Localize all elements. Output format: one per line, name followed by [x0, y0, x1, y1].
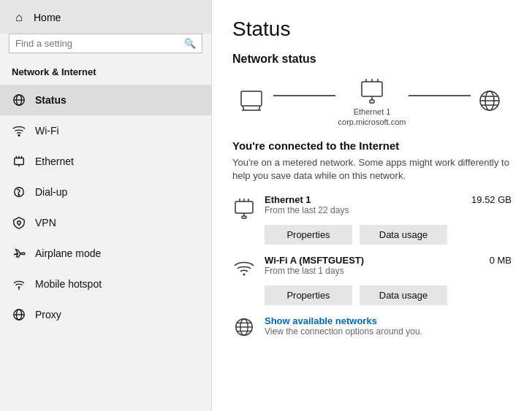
sidebar-item-airplane-label: Airplane mode — [35, 247, 101, 259]
line-2 — [408, 95, 471, 96]
ethernet-entry-top: Ethernet 1 From the last 22 days 19.52 G… — [232, 194, 512, 219]
proxy-icon — [12, 307, 26, 322]
svg-rect-33 — [235, 201, 253, 213]
search-box: 🔍 — [9, 34, 202, 53]
wifi-entry-usage: 0 MB — [490, 255, 512, 266]
wifi-entry-name: Wi-Fi A (MSFTGUEST) — [265, 255, 481, 266]
wifi-entry-info: Wi-Fi A (MSFTGUEST) From the last 1 days — [265, 255, 481, 276]
sidebar-item-vpn[interactable]: VPN — [0, 207, 211, 238]
sidebar-item-airplane[interactable]: Airplane mode — [0, 238, 211, 269]
sidebar-item-status-label: Status — [35, 94, 66, 106]
home-label: Home — [34, 12, 61, 23]
network-diagram: Ethernet 1 corp.microsoft.com — [232, 77, 512, 128]
show-networks-sub: View the connection options around you. — [265, 326, 422, 337]
wifi-datausage-button[interactable]: Data usage — [360, 285, 447, 305]
svg-rect-22 — [362, 82, 382, 96]
sidebar-item-dialup[interactable]: Dial-up — [0, 177, 211, 207]
connected-sub: You're on a metered network. Some apps m… — [232, 156, 512, 183]
computer-node — [238, 89, 270, 115]
wifi-entry-icon — [232, 256, 256, 280]
sidebar-item-dialup-label: Dial-up — [35, 186, 67, 198]
ethernet-entry: Ethernet 1 From the last 22 days 19.52 G… — [232, 194, 512, 245]
svg-rect-38 — [242, 216, 246, 218]
show-networks-icon — [232, 315, 256, 339]
sidebar: ⌂ Home 🔍 Network & Internet Status Wi — [0, 0, 212, 411]
sidebar-section-title: Network & Internet — [0, 62, 211, 85]
home-icon: ⌂ — [12, 10, 26, 25]
wifi-entry-sub: From the last 1 days — [265, 266, 481, 276]
svg-rect-27 — [370, 100, 374, 103]
svg-point-10 — [18, 194, 19, 195]
sidebar-item-wifi-label: Wi-Fi — [35, 125, 59, 137]
svg-point-11 — [18, 221, 21, 225]
ethernet-icon — [12, 154, 26, 169]
ethernet-entry-icon — [232, 196, 256, 219]
ethernet-entry-info: Ethernet 1 From the last 22 days — [265, 194, 463, 215]
ethernet-entry-usage: 19.52 GB — [471, 194, 512, 205]
show-networks[interactable]: Show available networks View the connect… — [232, 315, 512, 339]
status-icon — [12, 93, 26, 107]
sidebar-item-hotspot[interactable]: Mobile hotspot — [0, 269, 211, 299]
ethernet-properties-button[interactable]: Properties — [265, 225, 352, 245]
globe-node — [474, 89, 506, 115]
wifi-entry-buttons: Properties Data usage — [265, 285, 512, 305]
ethernet-entry-buttons: Properties Data usage — [265, 225, 512, 245]
wifi-properties-button[interactable]: Properties — [265, 285, 352, 305]
search-button[interactable]: 🔍 — [184, 38, 196, 49]
sidebar-item-vpn-label: VPN — [35, 217, 56, 228]
wifi-icon — [12, 123, 26, 138]
ethernet-node: Ethernet 1 corp.microsoft.com — [338, 77, 406, 128]
show-networks-title: Show available networks — [265, 315, 422, 326]
sidebar-item-wifi[interactable]: Wi-Fi — [0, 115, 211, 146]
page-title: Status — [232, 18, 512, 41]
sidebar-home[interactable]: ⌂ Home — [0, 0, 211, 34]
svg-line-19 — [243, 106, 244, 110]
svg-rect-4 — [15, 158, 24, 165]
ethernet-entry-name: Ethernet 1 — [265, 194, 463, 205]
wifi-entry: Wi-Fi A (MSFTGUEST) From the last 1 days… — [232, 255, 512, 305]
sidebar-item-proxy-label: Proxy — [35, 309, 61, 320]
wifi-entry-top: Wi-Fi A (MSFTGUEST) From the last 1 days… — [232, 255, 512, 280]
sidebar-item-ethernet[interactable]: Ethernet — [0, 146, 211, 177]
sidebar-item-status[interactable]: Status — [0, 85, 211, 115]
sidebar-item-hotspot-label: Mobile hotspot — [35, 278, 102, 290]
ethernet-datausage-button[interactable]: Data usage — [360, 225, 447, 245]
svg-point-39 — [243, 273, 246, 275]
ethernet-entry-sub: From the last 22 days — [265, 205, 463, 215]
svg-line-20 — [259, 106, 260, 110]
svg-rect-18 — [241, 91, 262, 106]
network-status-title: Network status — [232, 53, 512, 66]
ethernet-node-label: Ethernet 1 corp.microsoft.com — [338, 107, 406, 128]
search-input[interactable] — [15, 38, 184, 49]
main-content: Status Network status Ethern — [212, 0, 532, 411]
airplane-icon — [12, 246, 26, 261]
sidebar-item-ethernet-label: Ethernet — [35, 155, 74, 167]
hotspot-icon — [12, 277, 26, 291]
show-networks-text: Show available networks View the connect… — [265, 315, 422, 337]
connected-message: You're connected to the Internet — [232, 139, 512, 152]
sidebar-item-proxy[interactable]: Proxy — [0, 299, 211, 330]
line-1 — [273, 95, 335, 96]
vpn-icon — [12, 215, 26, 230]
svg-point-3 — [18, 134, 20, 136]
dialup-icon — [12, 185, 26, 199]
svg-point-13 — [18, 286, 20, 288]
